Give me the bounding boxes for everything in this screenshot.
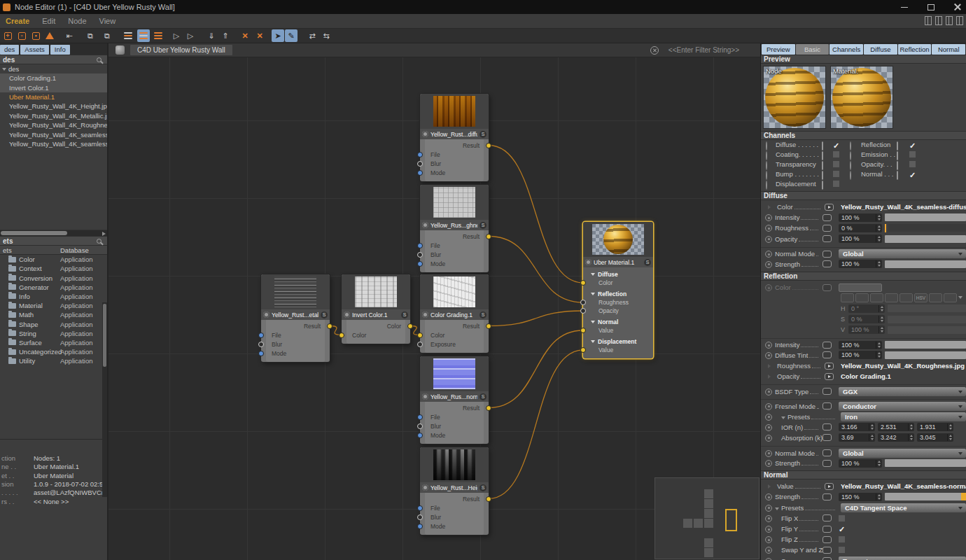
input-port[interactable] [417,505,423,511]
port-box[interactable] [825,483,834,490]
node-header[interactable]: Yellow_Rus...normal.jpgS [420,391,489,402]
graph-node-color-grading[interactable]: Color Grading.1SResultColorExposure [420,274,489,353]
node-input-mode[interactable]: Mode [420,430,489,440]
node-header[interactable]: Color Grading.1S [420,309,489,320]
node-output-result[interactable]: Result [420,141,489,150]
asset-list-item[interactable]: UtilityApplication [0,356,107,365]
node-graph-canvas[interactable]: Yellow_Rust...diffuse.jpgSResultFileBlur… [108,57,760,560]
mute-node-button[interactable]: ✕ [239,29,251,42]
channel-opacity[interactable]: Opacity. . . [849,160,961,170]
channel-bump[interactable]: Bump . . . . . . . [761,170,863,180]
input-port[interactable] [417,243,423,248]
node-list-item[interactable]: Yellow_Rusty_Wall_4K_seamless-normal [0,139,107,148]
node-output-result[interactable]: Result [420,232,489,241]
spinner-icon[interactable] [876,214,881,221]
channel-checkbox[interactable]: ✓ [909,141,916,150]
menu-create[interactable]: Create [6,17,29,25]
param-row-swap-y-and-z[interactable]: Swap Y and Z [761,545,966,555]
scrollbar-thumb[interactable] [1,231,67,235]
search-icon[interactable] [97,57,102,62]
add-node-button[interactable]: + [1,29,14,42]
output-port[interactable] [486,496,491,502]
graph-node-uber-material[interactable]: Uber Material.1SDiffuseColorReflectionRo… [583,222,653,358]
dropdown[interactable]: Global [839,249,966,258]
arrange-grid-button[interactable] [152,29,164,42]
asset-list-item[interactable]: GeneratorApplication [0,283,107,292]
port-box[interactable] [822,171,823,180]
slider[interactable] [888,224,966,232]
param-row-roughness[interactable]: RoughnessYellow_Rusty_Wall_4K_Roughness.… [761,360,966,371]
breadcrumb[interactable]: C4D Uber Yellow Rusty Wall [130,45,232,55]
node-output-result[interactable]: Result [420,494,489,503]
color-hsv-icon[interactable]: HSV [914,293,927,302]
param-row-strength[interactable]: Strength150 % [761,491,966,502]
preview-section-header[interactable]: Preview [761,55,966,64]
param-row-icons[interactable]: HSV [761,293,966,303]
value-field[interactable]: 3.166 [839,423,875,431]
spinner-icon[interactable] [876,225,881,232]
channel-checkbox[interactable]: ✓ [833,141,839,150]
normal-section-header[interactable]: Normal [761,470,966,479]
node-section-displacement[interactable]: Displacement [583,337,653,346]
channel-checkbox[interactable] [833,171,839,178]
arrange-columns-button[interactable] [137,29,150,42]
node-input-file[interactable]: File [420,503,489,512]
param-row-flip-y[interactable]: Flip Y✓ [761,524,966,534]
tab-assets[interactable]: Assets [20,45,49,55]
port-box[interactable] [897,141,898,150]
reflection-section-header[interactable]: Reflection [761,272,966,281]
asset-list-item[interactable]: InfoApplication [0,292,107,301]
asset-list-item[interactable]: UncategorizedApplication [0,347,107,356]
slider[interactable] [888,304,966,312]
node-list-item[interactable]: Invert Color.1 [0,83,107,92]
node-header[interactable]: Uber Material.1S [583,257,653,267]
add-scene-button[interactable] [43,29,56,42]
channel-checkbox[interactable] [909,151,916,159]
node-input-blur[interactable]: Blur [420,512,489,522]
spinner-icon[interactable] [947,434,952,441]
port-box[interactable] [825,373,834,380]
import-asset-button[interactable]: ⇤ [63,29,76,42]
dropdown[interactable]: GGX [839,387,966,396]
node-list-item[interactable]: Yellow_Rusty_Wall_4K_Metallic.jpg [0,111,107,120]
minimize-button[interactable] [899,1,910,13]
spinner-icon[interactable] [947,424,952,430]
tab-normal[interactable]: Normal [932,44,965,55]
node-input-reflection-opacity[interactable]: Opacity [583,307,653,315]
output-port[interactable] [486,405,491,411]
value-field[interactable]: 100 % [839,341,882,349]
channels-section-header[interactable]: Channels [761,131,966,140]
spinner-icon[interactable] [908,434,913,441]
tab-diffuse[interactable]: Diffuse [864,44,897,55]
node-output-color[interactable]: Color [342,321,410,330]
vertical-scrollbar[interactable] [102,302,107,497]
input-port[interactable] [417,514,423,520]
input-port[interactable] [417,170,423,176]
node-header[interactable]: Yellow_Rust...Height.jpgS [420,482,489,493]
param-row-presets[interactable]: PresetsIron [761,411,966,421]
param-row-color[interactable]: Color [761,282,966,293]
ungroup-nodes-button[interactable]: ⇑ [219,29,232,42]
minimap[interactable] [654,477,760,559]
port-box[interactable] [822,449,832,456]
filter-input[interactable]: <<Enter Filter String>> [668,46,739,54]
port-box[interactable] [822,547,832,554]
node-input-blur[interactable]: Blur [261,340,330,349]
slider[interactable] [885,493,966,500]
port-box[interactable] [822,388,832,395]
value-field[interactable]: 3.69 [839,433,875,442]
unchecked-box[interactable] [839,536,845,542]
port-box[interactable] [822,493,832,500]
run-node-button[interactable]: ▷ [170,29,183,42]
port-box[interactable] [822,536,832,543]
param-row-absorption-k[interactable]: Absorption (k)3.693.2423.045 [761,433,966,443]
color-swatch[interactable] [839,284,882,292]
param-row-strength[interactable]: Strength100 % [761,458,966,468]
asset-list-item[interactable]: StringApplication [0,329,107,338]
param-row-value[interactable]: ValueYellow_Rusty_Wall_4K_seamless-norma… [761,481,966,491]
spinner-icon[interactable] [908,424,913,430]
node-list-item[interactable]: Yellow_Rusty_Wall_4K_Roughness.jpg [0,120,107,130]
asset-list-item[interactable]: MathApplication [0,310,107,319]
slider[interactable] [885,459,966,467]
value-field[interactable]: 100 % [839,260,882,268]
